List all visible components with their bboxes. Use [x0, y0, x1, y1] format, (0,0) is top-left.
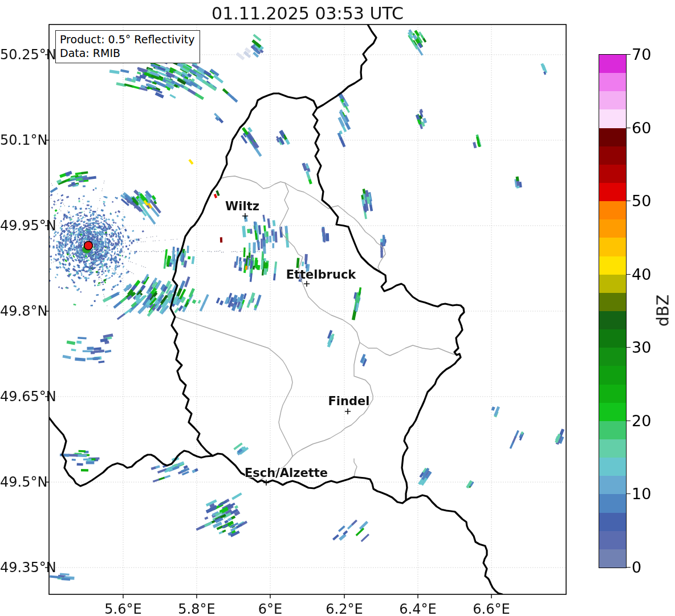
- x-tick-label: 5.6°E: [104, 601, 141, 616]
- x-tick-label: 6.2°E: [326, 601, 363, 616]
- colorbar-segment: [599, 458, 626, 476]
- colorbar-tick-mark: [626, 567, 631, 568]
- colorbar-segment: [599, 476, 626, 494]
- colorbar: [599, 54, 627, 568]
- x-tick-label: 5.8°E: [178, 601, 215, 616]
- page-title: 01.11.2025 03:53 UTC: [49, 3, 566, 23]
- y-tick-label: 49.95°N: [0, 218, 46, 234]
- colorbar-tick-mark: [626, 54, 631, 55]
- colorbar-segment: [599, 494, 626, 512]
- colorbar-tick-label: 70: [632, 46, 651, 63]
- colorbar-segment: [599, 293, 626, 311]
- colorbar-tick-label: 20: [632, 411, 651, 429]
- colorbar-segment: [599, 329, 626, 348]
- colorbar-tick-label: 0: [632, 558, 641, 576]
- colorbar-segment: [599, 366, 626, 384]
- colorbar-segment: [599, 109, 626, 128]
- colorbar-tick-label: 50: [632, 192, 651, 210]
- colorbar-segment: [599, 201, 626, 219]
- colorbar-tick-mark: [626, 347, 631, 348]
- y-tick-label: 49.35°N: [0, 560, 46, 576]
- y-tick-label: 49.65°N: [0, 389, 46, 405]
- colorbar-segment: [599, 128, 626, 146]
- colorbar-segment: [599, 385, 626, 403]
- x-tick-label: 6.6°E: [473, 601, 510, 616]
- radar-map-canvas: [0, 0, 675, 616]
- x-tick-label: 6.4°E: [399, 601, 436, 616]
- colorbar-tick-mark: [626, 421, 631, 421]
- colorbar-segment: [599, 165, 626, 183]
- product-info-box: Product: 0.5° Reflectivity Data: RMIB: [55, 30, 200, 63]
- y-tick-label: 50.25°N: [0, 47, 46, 63]
- colorbar-tick-mark: [626, 493, 631, 494]
- y-tick-label: 50.1°N: [0, 132, 46, 148]
- colorbar-segment: [599, 439, 626, 458]
- y-tick-label: 49.5°N: [0, 474, 46, 490]
- colorbar-segment: [599, 238, 626, 256]
- city-label: Findel: [328, 394, 370, 408]
- colorbar-segment: [599, 73, 626, 91]
- colorbar-segment: [599, 348, 626, 366]
- colorbar-segment: [599, 513, 626, 531]
- colorbar-segment: [599, 55, 626, 73]
- product-info-line1: Product: 0.5° Reflectivity: [60, 32, 194, 46]
- city-label: Esch/Alzette: [245, 466, 328, 480]
- colorbar-segment: [599, 311, 626, 329]
- colorbar-segment: [599, 146, 626, 165]
- colorbar-tick-mark: [626, 201, 631, 201]
- x-tick-label: 6°E: [258, 601, 282, 616]
- y-tick-label: 49.8°N: [0, 303, 46, 319]
- colorbar-tick-label: 10: [632, 485, 651, 503]
- city-label: Wiltz: [225, 199, 259, 213]
- colorbar-segment: [599, 421, 626, 439]
- colorbar-tick-label: 60: [632, 119, 651, 136]
- colorbar-segment: [599, 183, 626, 201]
- colorbar-segment: [599, 91, 626, 109]
- colorbar-unit-label: dBZ: [654, 295, 673, 327]
- colorbar-tick-label: 30: [632, 338, 651, 356]
- colorbar-segment: [599, 219, 626, 238]
- colorbar-segment: [599, 549, 626, 568]
- colorbar-segment: [599, 403, 626, 421]
- city-label: Ettelbruck: [286, 268, 356, 282]
- colorbar-tick-mark: [626, 274, 631, 275]
- colorbar-segment: [599, 275, 626, 293]
- radar-display: 01.11.2025 03:53 UTC Product: 0.5° Refle…: [0, 0, 675, 616]
- colorbar-segment: [599, 256, 626, 275]
- colorbar-tick-label: 40: [632, 265, 651, 283]
- colorbar-tick-mark: [626, 128, 631, 128]
- colorbar-segment: [599, 531, 626, 549]
- product-info-line2: Data: RMIB: [60, 46, 194, 60]
